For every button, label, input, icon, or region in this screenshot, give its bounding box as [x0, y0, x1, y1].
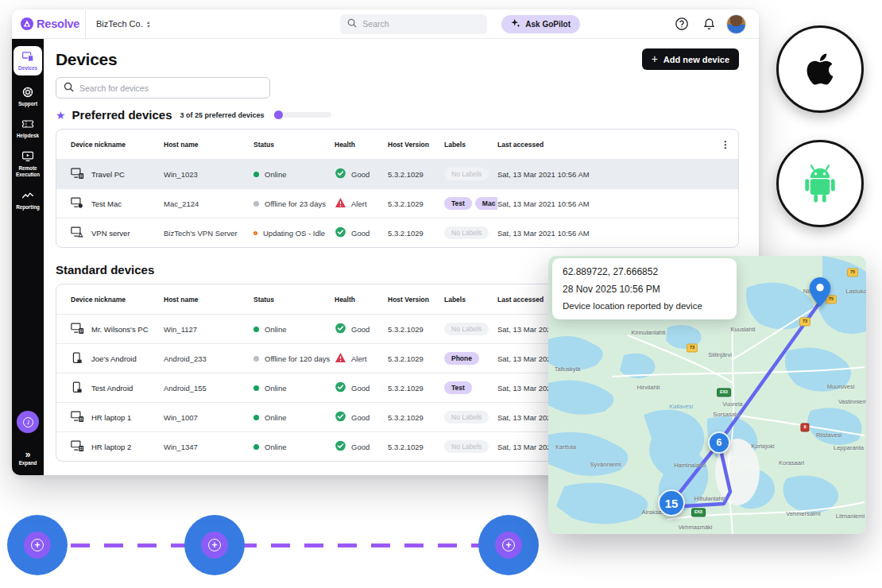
screenshot-canvas: + + + Resolve BizTech Co. ▴▾	[0, 0, 882, 588]
table-options-kebab-icon[interactable]: ⋮	[721, 141, 738, 149]
mac-device-icon	[71, 197, 84, 211]
dashed-connector-line	[37, 544, 509, 547]
add-node-button[interactable]: +	[478, 515, 539, 575]
plus-icon: +	[652, 52, 658, 65]
host-version-cell: 5.3.2.1029	[388, 384, 444, 393]
health-cell: Good	[335, 411, 388, 424]
status-dot-online	[253, 172, 259, 177]
status-dot-online	[253, 327, 259, 332]
good-health-icon	[335, 440, 346, 453]
labels-cell: No Labels	[444, 168, 497, 180]
chart-line-icon	[21, 189, 34, 202]
device-nickname: VPN server	[91, 229, 130, 238]
host-name-cell: Android_155	[164, 384, 253, 393]
search-icon	[64, 81, 74, 95]
star-icon: ★	[56, 109, 66, 122]
column-header: Health	[335, 296, 388, 304]
topbar: Resolve BizTech Co. ▴▾ Ask GoPilot	[12, 10, 759, 39]
add-node-button[interactable]: +	[184, 515, 245, 575]
road-badge: 73	[799, 317, 810, 326]
preferred-progress-bar	[274, 112, 331, 118]
label-pill[interactable]: Phone	[444, 352, 479, 365]
expand-button[interactable]: » Expand	[19, 451, 37, 466]
add-node-button[interactable]: +	[7, 515, 68, 575]
pc-device-icon	[71, 168, 84, 181]
topbar-search-input[interactable]	[362, 19, 480, 29]
sidebar-item-helpdesk[interactable]: Helpdesk	[14, 118, 42, 140]
table-row[interactable]: Travel PCWin_1023OnlineGood5.3.2.1029No …	[56, 159, 738, 188]
help-button[interactable]	[674, 16, 690, 32]
good-health-icon	[335, 381, 346, 394]
sidebar-item-devices[interactable]: Devices	[14, 46, 42, 75]
page-title: Devices	[56, 50, 117, 69]
sidebar-item-label: Remote Execution	[14, 165, 41, 179]
labels-cell: No Labels	[444, 440, 497, 453]
preferred-devices-title: Preferred devices	[72, 108, 172, 122]
sidebar-item-support[interactable]: Support	[14, 86, 42, 108]
host-version-cell: 5.3.2.1029	[388, 170, 444, 179]
pc-device-icon	[71, 440, 84, 454]
status-text: Offline for 120 days	[265, 354, 330, 363]
health-text: Alert	[351, 354, 367, 363]
sidebar-item-remote-execution[interactable]: Remote Execution	[14, 150, 42, 179]
table-header-row: Device nicknameHost nameStatusHealthHost…	[56, 130, 738, 159]
phone-device-icon	[71, 352, 84, 366]
host-name-cell: BizTech's VPN Server	[164, 229, 253, 238]
map-cluster-marker[interactable]: 6	[708, 431, 730, 454]
health-cell: Good	[335, 323, 388, 335]
status-cell: Updating OS - Idle	[253, 229, 335, 238]
host-name-cell: Win_1127	[164, 325, 253, 334]
map-place-label: Vastinniemi	[838, 398, 866, 405]
topbar-search[interactable]	[340, 14, 487, 34]
device-location-map[interactable]: KinnulanlahtiKuuslahtiSiilinjärviTallusk…	[548, 256, 866, 534]
map-location-pin-icon[interactable]	[810, 277, 831, 307]
user-avatar[interactable]	[726, 14, 746, 34]
labels-cell: No Labels	[444, 323, 497, 335]
logo[interactable]: Resolve	[12, 10, 86, 38]
label-pill[interactable]: Mac	[475, 197, 497, 210]
notifications-bell-button[interactable]	[701, 16, 717, 32]
info-button[interactable]: i	[17, 411, 39, 433]
labels-cell: Phone	[444, 352, 497, 365]
map-place-label: Hiltulanlahti	[694, 495, 725, 502]
status-text: Online	[265, 384, 286, 393]
ticket-icon	[21, 118, 34, 130]
status-cell: Offline for 120 days	[253, 354, 335, 363]
phone-device-icon	[71, 381, 84, 395]
health-text: Good	[351, 443, 369, 451]
health-cell: Good	[335, 381, 388, 394]
table-row[interactable]: VPN serverBizTech's VPN ServerUpdating O…	[56, 218, 738, 247]
info-icon: i	[23, 417, 33, 427]
map-place-label: Litmaniemi	[836, 513, 865, 520]
last-accessed-cell: Sat, 13 Mar 2021 10:56 AM	[497, 199, 721, 208]
status-text: Online	[265, 443, 286, 451]
device-search[interactable]	[56, 77, 270, 99]
table-row[interactable]: Test MacMac_2124Offline for 23 daysAlert…	[56, 188, 738, 218]
road-badge: 75	[847, 268, 858, 277]
map-cluster-marker[interactable]: 15	[658, 489, 685, 516]
map-note: Device location reported by device	[563, 301, 726, 311]
label-pill[interactable]: Test	[444, 381, 472, 394]
preferred-devices-count: 3 of 25 preferred devices	[180, 111, 264, 119]
host-version-cell: 5.3.2.1029	[388, 443, 444, 451]
label-pill[interactable]: Test	[444, 197, 472, 210]
sidebar-item-label: Helpdesk	[17, 133, 39, 140]
status-text: Updating OS - Idle	[263, 229, 325, 238]
map-place-label: Kortejoki	[751, 443, 774, 450]
add-new-device-button[interactable]: + Add new device	[642, 48, 739, 70]
device-nickname: Test Mac	[91, 199, 122, 208]
ask-gopilot-button[interactable]: Ask GoPilot	[501, 15, 580, 33]
last-accessed-cell: Sat, 13 Mar 2021 10:56 AM	[497, 170, 721, 179]
column-header: Host name	[164, 296, 253, 304]
status-text: Offline for 23 days	[265, 199, 326, 208]
map-place-label: Muuruvesi	[827, 383, 855, 390]
device-nickname-cell: VPN server	[71, 226, 164, 240]
column-header: Host Version	[388, 296, 444, 304]
sidebar-item-reporting[interactable]: Reporting	[14, 189, 42, 211]
sidebar-item-label: Support	[18, 101, 37, 108]
map-place-label: Kinnulanlahti	[632, 329, 666, 336]
device-search-input[interactable]	[79, 83, 262, 93]
last-accessed-cell: Sat, 13 Mar 2021 10:56 AM	[497, 229, 721, 238]
org-selector[interactable]: BizTech Co. ▴▾	[96, 19, 149, 29]
host-name-cell: Win_1007	[164, 413, 253, 422]
